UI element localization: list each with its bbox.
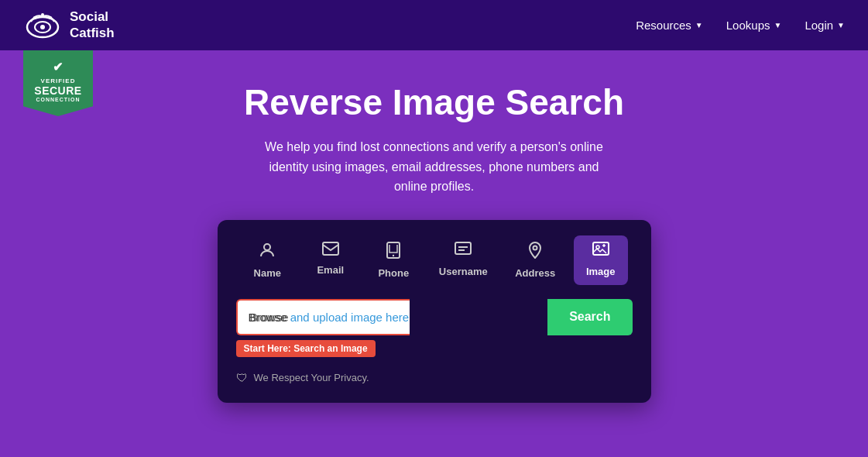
tooltip-banner: Start Here: Search an Image — [236, 340, 376, 357]
nav-resources[interactable]: Resources ▼ — [636, 19, 703, 32]
browse-input[interactable] — [236, 299, 410, 335]
tab-image-label: Image — [586, 266, 616, 277]
email-icon — [322, 242, 339, 259]
hero-subtitle: We help you find lost connections and ve… — [256, 137, 612, 197]
resources-arrow-icon: ▼ — [695, 21, 703, 29]
search-tabs: Name Email Phone Username — [236, 235, 633, 285]
tab-address[interactable]: Address — [506, 235, 564, 285]
search-button[interactable]: Search — [547, 299, 632, 335]
image-icon — [592, 242, 609, 261]
svg-rect-9 — [455, 242, 471, 254]
svg-rect-7 — [323, 242, 338, 255]
svg-point-4 — [49, 16, 52, 19]
svg-point-2 — [40, 25, 45, 29]
tab-name-label: Name — [254, 267, 281, 279]
svg-point-10 — [533, 246, 537, 249]
svg-point-6 — [264, 244, 270, 250]
nav-login[interactable]: Login ▼ — [805, 19, 845, 32]
tab-address-label: Address — [515, 267, 555, 279]
navbar: Social Catfish Resources ▼ Lookups ▼ Log… — [0, 0, 868, 50]
privacy-shield-icon: 🛡 — [236, 371, 248, 384]
logo[interactable]: Social Catfish — [23, 9, 115, 41]
tab-image[interactable]: Image — [574, 235, 628, 285]
name-icon — [259, 242, 276, 263]
phone-icon — [386, 242, 401, 263]
nav-lookups[interactable]: Lookups ▼ — [726, 19, 782, 32]
tab-email-label: Email — [317, 264, 344, 276]
tab-phone-label: Phone — [378, 267, 409, 279]
search-card: Name Email Phone Username — [218, 220, 651, 403]
page-title: Reverse Image Search — [244, 81, 624, 123]
tab-phone[interactable]: Phone — [366, 235, 420, 285]
login-arrow-icon: ▼ — [837, 21, 845, 29]
logo-text: Social Catfish — [70, 9, 115, 41]
svg-point-3 — [33, 16, 36, 19]
tab-name[interactable]: Name — [240, 235, 294, 285]
browse-field-wrapper: Browse and upload image here — [236, 299, 548, 335]
search-input-row: Browse and upload image here Search — [236, 299, 633, 335]
tab-username-label: Username — [439, 266, 488, 277]
svg-point-8 — [393, 255, 394, 256]
username-icon — [455, 242, 472, 261]
hero-section: Reverse Image Search We help you find lo… — [0, 50, 868, 418]
tab-username[interactable]: Username — [430, 235, 497, 285]
lookups-arrow-icon: ▼ — [774, 21, 781, 29]
privacy-row: 🛡 We Respect Your Privacy. — [236, 371, 633, 384]
privacy-text: We Respect Your Privacy. — [254, 372, 369, 383]
tab-email[interactable]: Email — [304, 235, 358, 285]
address-icon — [528, 242, 542, 263]
nav-links: Resources ▼ Lookups ▼ Login ▼ — [636, 19, 845, 32]
svg-point-5 — [41, 13, 44, 16]
